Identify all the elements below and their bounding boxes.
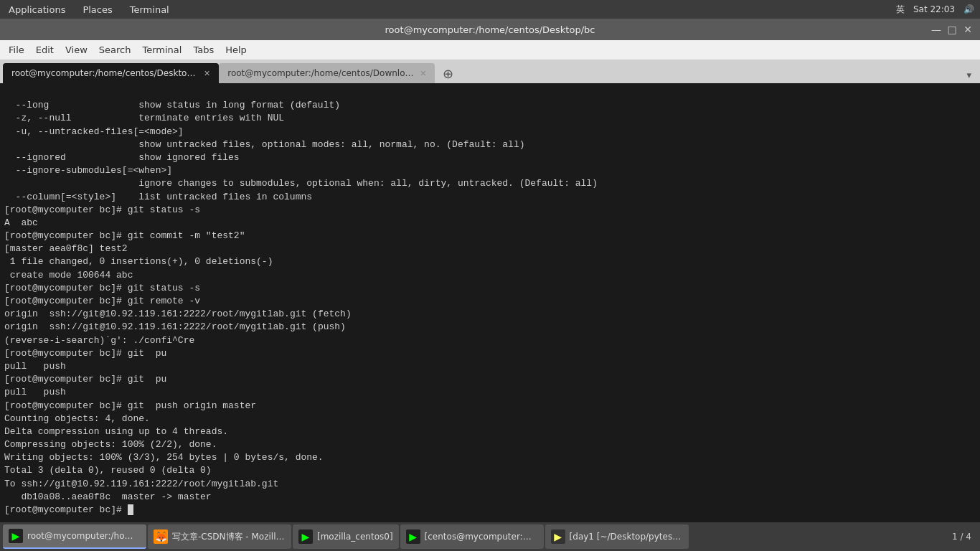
taskbar-item-tb2[interactable]: 🦊写文章-CSDN博客 - Mozilla Firefox <box>148 524 291 549</box>
terminal-line: show untracked files, optional modes: al… <box>4 138 976 151</box>
taskbar-label-tb1: root@mycomputer:/home/centos/... <box>27 531 141 541</box>
terminal-line: Counting objects: 4, done. <box>4 413 976 425</box>
terminal-line: -u, --untracked-files[=<mode>] <box>4 126 976 138</box>
maximize-button[interactable]: □ <box>946 23 958 36</box>
tab-bar: root@mycomputer:/home/centos/Desktop/bc … <box>0 60 980 83</box>
terminal-line: Compressing objects: 100% (2/2), done. <box>4 438 976 451</box>
close-button[interactable]: ✕ <box>961 23 974 36</box>
view-menu[interactable]: View <box>60 42 93 58</box>
taskbar-item-tb3[interactable]: ▶[mozilla_centos0] <box>293 524 399 549</box>
taskbar-icon-tb3: ▶ <box>298 529 313 544</box>
help-menu[interactable]: Help <box>220 42 253 58</box>
terminal-line: (reverse-i-search)`g': ./confi^Cre <box>4 334 976 347</box>
terminal-line: db10a08..aea0f8c master -> master <box>4 491 976 504</box>
terminal-menu-item[interactable]: Terminal <box>136 42 187 58</box>
system-bar: Applications Places Terminal 英 Sat 22:03… <box>0 0 980 19</box>
taskbar-label-tb3: [mozilla_centos0] <box>317 532 393 542</box>
tab-1-close[interactable]: ✕ <box>204 69 210 78</box>
menu-bar: File Edit View Search Terminal Tabs Help <box>0 40 980 60</box>
taskbar-icon-tb4: ▶ <box>406 529 420 544</box>
taskbar-icon-tb1: ▶ <box>9 529 23 543</box>
terminal-line: A abc <box>4 217 976 230</box>
terminal-content[interactable]: --long show status in long format (defau… <box>0 83 980 522</box>
system-bar-right: 英 Sat 22:03 🔊 <box>896 4 974 16</box>
tab-1-label: root@mycomputer:/home/centos/Desktop/bc <box>11 68 198 78</box>
search-menu[interactable]: Search <box>93 42 137 58</box>
places-menu[interactable]: Places <box>80 3 115 17</box>
terminal-line: [root@mycomputer bc]# git commit -m "tes… <box>4 230 976 242</box>
terminal-line: origin ssh://git@10.92.119.161:2222/root… <box>4 308 976 321</box>
terminal-line: pull push <box>4 386 976 399</box>
terminal-line: create mode 100644 abc <box>4 269 976 282</box>
datetime-display: Sat 22:03 <box>913 4 955 14</box>
applications-menu[interactable]: Applications <box>6 3 68 17</box>
tabs-menu[interactable]: Tabs <box>187 42 220 58</box>
new-tab-icon: ⊕ <box>443 66 453 81</box>
terminal-line: Total 3 (delta 0), reused 0 (delta 0) <box>4 464 976 477</box>
terminal-line: [root@mycomputer bc]# git status -s <box>4 204 976 217</box>
terminal-line: --column[=<style>] list untracked files … <box>4 191 976 204</box>
taskbar-item-tb5[interactable]: ▶[day1 [~/Desktop/pytest/day1] - ...i... <box>545 524 689 549</box>
terminal-line: [root@mycomputer bc]# git push origin ma… <box>4 400 976 413</box>
terminal-line: [master aea0f8c] test2 <box>4 242 976 255</box>
taskbar-icon-tb5: ▶ <box>551 529 565 544</box>
terminal-line: origin ssh://git@10.92.119.161:2222/root… <box>4 321 976 334</box>
terminal-line: ignore changes to submodules, optional w… <box>4 177 976 190</box>
terminal-line: --long show status in long format (defau… <box>4 99 976 112</box>
terminal-line: Delta compression using up to 4 threads. <box>4 425 976 438</box>
terminal-menu[interactable]: Terminal <box>127 3 172 17</box>
terminal-cursor <box>128 504 133 515</box>
terminal-line: [root@mycomputer bc]# <box>4 504 976 517</box>
taskbar-item-tb4[interactable]: ▶[centos@mycomputer:~/Desktop/p... <box>400 524 544 549</box>
terminal-line: pull push <box>4 360 976 373</box>
tab-2-label: root@mycomputer:/home/centos/Downloads <box>227 68 414 78</box>
file-menu[interactable]: File <box>3 42 30 58</box>
terminal-line: [root@mycomputer bc]# git pu <box>4 373 976 386</box>
edit-menu[interactable]: Edit <box>30 42 60 58</box>
tab-dropdown-button[interactable]: ▾ <box>961 67 977 83</box>
terminal-line: [root@mycomputer bc]# git status -s <box>4 282 976 295</box>
new-tab-button[interactable]: ⊕ <box>438 63 458 83</box>
taskbar-pager: 1 / 4 <box>946 532 977 542</box>
minimize-button[interactable]: — <box>930 23 943 36</box>
terminal-line: -z, --null terminate entries with NUL <box>4 112 976 125</box>
terminal-line: [root@mycomputer bc]# git remote -v <box>4 295 976 308</box>
tab-1[interactable]: root@mycomputer:/home/centos/Desktop/bc … <box>3 63 219 83</box>
system-bar-left: Applications Places Terminal <box>6 3 172 17</box>
terminal-line: [root@mycomputer bc]# git pu <box>4 347 976 360</box>
window-title: root@mycomputer:/home/centos/Desktop/bc <box>385 24 595 35</box>
terminal-line: Writing objects: 100% (3/3), 254 bytes |… <box>4 451 976 464</box>
terminal-line: 1 file changed, 0 insertions(+), 0 delet… <box>4 255 976 268</box>
tab-2[interactable]: root@mycomputer:/home/centos/Downloads ✕ <box>219 63 435 83</box>
taskbar: ▶root@mycomputer:/home/centos/...🦊写文章-CS… <box>0 522 980 551</box>
terminal-line: --ignore-submodules[=<when>] <box>4 164 976 177</box>
taskbar-label-tb2: 写文章-CSDN博客 - Mozilla Firefox <box>172 531 286 543</box>
volume-icon[interactable]: 🔊 <box>963 4 974 14</box>
taskbar-label-tb4: [centos@mycomputer:~/Desktop/p... <box>425 532 538 542</box>
window-controls: — □ ✕ <box>930 23 974 36</box>
terminal-line: --ignored show ignored files <box>4 151 976 164</box>
tab-2-close[interactable]: ✕ <box>420 69 426 78</box>
language-indicator[interactable]: 英 <box>896 4 905 16</box>
taskbar-icon-tb2: 🦊 <box>154 529 168 544</box>
terminal-line: To ssh://git@10.92.119.161:2222/root/myg… <box>4 478 976 491</box>
taskbar-label-tb5: [day1 [~/Desktop/pytest/day1] - ...i... <box>570 532 683 542</box>
window-titlebar: root@mycomputer:/home/centos/Desktop/bc … <box>0 19 980 40</box>
taskbar-item-tb1[interactable]: ▶root@mycomputer:/home/centos/... <box>3 524 146 549</box>
